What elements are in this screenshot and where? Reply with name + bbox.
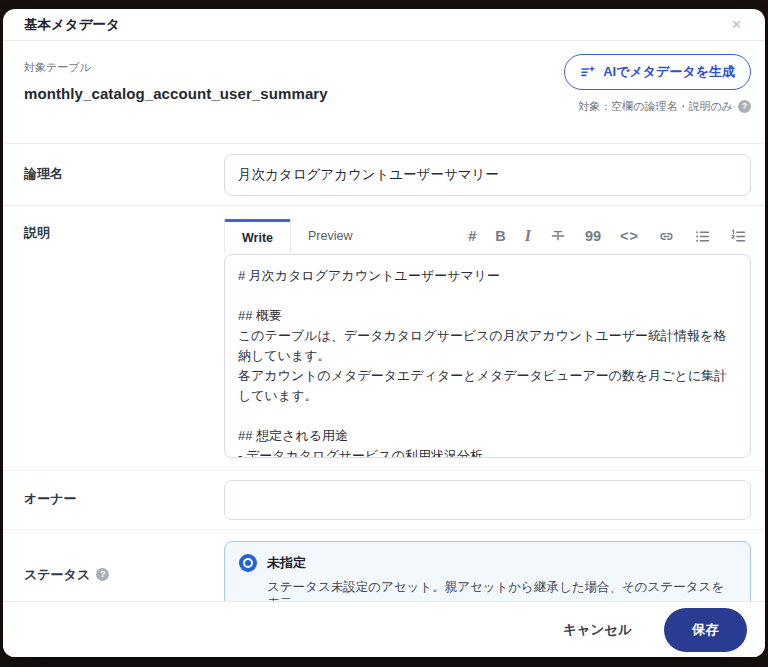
status-option-description: ステータス未設定のアセット。親アセットから継承した場合、そのステータスを表示。 — [267, 579, 736, 601]
modal-body: 対象テーブル monthly_catalog_account_user_summ… — [3, 41, 765, 601]
logical-name-label: 論理名 — [3, 144, 224, 205]
markdown-toolbar: # B I 99 <> — [468, 219, 751, 253]
owner-label: オーナー — [3, 471, 224, 529]
modal-title: 基本メタデータ — [24, 16, 120, 34]
description-editor-tabs: Write Preview # B I 99 <> — [224, 219, 751, 253]
basic-metadata-modal: 基本メタデータ ✕ 対象テーブル monthly_catalog_account… — [3, 9, 765, 657]
heading-icon[interactable]: # — [468, 229, 476, 244]
link-icon[interactable] — [658, 228, 675, 245]
ai-scope-note: 対象：空欄の論理名・説明のみ ? — [564, 99, 751, 114]
owner-row: オーナー — [3, 470, 765, 529]
description-textarea[interactable]: # 月次カタログアカウントユーザーサマリー ## 概要 このテーブルは、データカ… — [224, 254, 751, 458]
status-label: ステータス — [24, 566, 90, 584]
quote-icon[interactable]: 99 — [585, 229, 601, 244]
status-option-title: 未指定 — [267, 554, 306, 572]
strikethrough-icon[interactable] — [550, 228, 566, 244]
ai-generate-area: AIでメタデータを生成 対象：空欄の論理名・説明のみ ? — [564, 54, 751, 114]
owner-input[interactable] — [224, 480, 751, 520]
bold-icon[interactable]: B — [495, 229, 505, 244]
status-option-unspecified[interactable]: 未指定 ステータス未設定のアセット。親アセットから継承した場合、そのステータスを… — [224, 541, 751, 601]
close-icon[interactable]: ✕ — [729, 16, 744, 33]
status-help-icon[interactable]: ? — [96, 568, 109, 581]
italic-icon[interactable]: I — [525, 228, 531, 244]
modal-footer: キャンセル 保存 — [3, 601, 765, 657]
description-row: 説明 Write Preview # B I 99 — [3, 205, 765, 470]
help-icon[interactable]: ? — [738, 100, 751, 113]
save-button[interactable]: 保存 — [664, 608, 747, 652]
modal-header: 基本メタデータ ✕ — [3, 9, 765, 41]
code-icon[interactable]: <> — [620, 229, 639, 244]
description-label: 説明 — [3, 206, 224, 470]
ai-sparkle-icon — [580, 64, 596, 80]
radio-selected-icon[interactable] — [239, 554, 257, 572]
tab-preview[interactable]: Preview — [291, 219, 369, 253]
ai-generate-button[interactable]: AIでメタデータを生成 — [564, 54, 751, 90]
logical-name-row: 論理名 — [3, 143, 765, 205]
cancel-button[interactable]: キャンセル — [561, 615, 634, 645]
tab-write[interactable]: Write — [224, 219, 291, 253]
ai-generate-label: AIでメタデータを生成 — [603, 63, 735, 81]
numbered-list-icon[interactable] — [730, 228, 747, 245]
logical-name-input[interactable] — [224, 154, 751, 196]
target-table-section: 対象テーブル monthly_catalog_account_user_summ… — [3, 41, 765, 143]
status-row: ステータス ? 未指定 ステータス未設定のアセット。親アセットから継承した場合、… — [3, 529, 765, 601]
bullet-list-icon[interactable] — [694, 228, 711, 245]
